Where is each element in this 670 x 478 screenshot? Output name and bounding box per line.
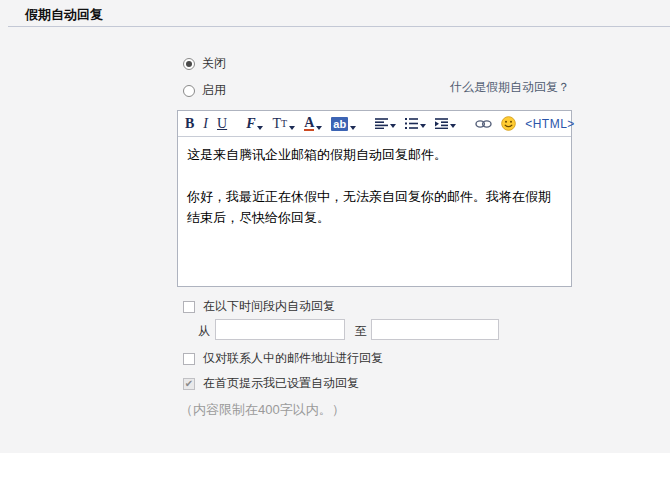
smiley-icon	[501, 116, 516, 131]
list-button[interactable]	[405, 118, 426, 129]
option-off-label: 关闭	[202, 55, 226, 72]
radio-dot-icon	[186, 61, 192, 67]
font-family-icon: F	[246, 117, 255, 131]
underline-button[interactable]: U	[217, 117, 227, 131]
chevron-down-icon	[450, 124, 456, 128]
holiday-auto-reply-panel: 假期自动回复 关闭 启用 什么是假期自动回复？ B I U F TT A ab	[0, 0, 670, 453]
contacts-only-checkbox[interactable]: ✔	[183, 353, 195, 365]
what-is-auto-reply-link[interactable]: 什么是假期自动回复？	[450, 79, 570, 96]
reply-message-textarea[interactable]: 这是来自腾讯企业邮箱的假期自动回复邮件。 你好，我最近正在休假中，无法亲自回复你…	[178, 137, 571, 286]
option-on-label: 启用	[202, 82, 226, 99]
checkmark-icon: ✔	[185, 379, 193, 389]
indent-icon	[435, 118, 448, 129]
underline-icon: U	[217, 117, 227, 131]
font-size-button[interactable]: TT	[272, 117, 295, 131]
link-icon	[475, 119, 492, 129]
chevron-down-icon	[257, 126, 263, 130]
font-color-icon: A	[304, 117, 314, 131]
editor-paragraph: 你好，我最近正在休假中，无法亲自回复你的邮件。我将在假期结束后，尽快给你回复。	[187, 186, 562, 228]
font-size-icon: T	[272, 117, 281, 131]
bullet-list-icon	[405, 118, 418, 129]
italic-icon: I	[203, 117, 208, 131]
chevron-down-icon	[420, 124, 426, 128]
bold-button[interactable]: B	[185, 117, 194, 131]
italic-button[interactable]: I	[203, 117, 208, 131]
chevron-down-icon	[316, 126, 322, 130]
emoticon-button[interactable]	[501, 116, 516, 131]
editor-toolbar: B I U F TT A ab	[178, 111, 571, 137]
editor-paragraph: 这是来自腾讯企业邮箱的假期自动回复邮件。	[187, 144, 562, 165]
radio-off-button[interactable]	[183, 58, 195, 70]
font-family-button[interactable]: F	[246, 117, 263, 131]
homepage-notice-checkbox[interactable]: ✔	[183, 378, 195, 390]
to-date-input[interactable]	[371, 319, 499, 340]
chevron-down-icon	[350, 126, 356, 130]
homepage-notice-checkbox-row[interactable]: ✔ 在首页提示我已设置自动回复	[183, 375, 359, 392]
bold-icon: B	[185, 117, 194, 131]
chevron-down-icon	[289, 126, 295, 130]
indent-button[interactable]	[435, 118, 456, 129]
chevron-down-icon	[390, 124, 396, 128]
align-button[interactable]	[375, 118, 396, 129]
to-label: 至	[355, 323, 367, 340]
page-title: 假期自动回复	[25, 6, 103, 24]
header-divider	[8, 26, 670, 27]
schedule-checkbox-label: 在以下时间段内自动回复	[203, 298, 335, 315]
highlight-button[interactable]: ab	[331, 117, 356, 131]
from-label: 从	[198, 323, 210, 340]
radio-on-button[interactable]	[183, 85, 195, 97]
font-color-button[interactable]: A	[304, 117, 322, 131]
rich-text-editor: B I U F TT A ab	[177, 110, 572, 287]
contacts-only-checkbox-row[interactable]: ✔ 仅对联系人中的邮件地址进行回复	[183, 350, 383, 367]
html-source-button[interactable]: <HTML>	[525, 117, 575, 131]
html-tag-label: <HTML>	[525, 117, 575, 131]
contacts-only-label: 仅对联系人中的邮件地址进行回复	[203, 350, 383, 367]
option-on[interactable]: 启用	[183, 82, 226, 99]
highlight-icon: ab	[331, 117, 348, 131]
insert-link-button[interactable]	[475, 119, 492, 129]
align-left-icon	[375, 118, 388, 129]
editor-blank-line	[187, 165, 562, 186]
schedule-checkbox[interactable]: ✔	[183, 301, 195, 313]
from-date-input[interactable]	[215, 319, 345, 340]
homepage-notice-label: 在首页提示我已设置自动回复	[203, 375, 359, 392]
option-off[interactable]: 关闭	[183, 55, 226, 72]
content-limit-note: （内容限制在400字以内。）	[180, 401, 345, 419]
schedule-checkbox-row[interactable]: ✔ 在以下时间段内自动回复	[183, 298, 335, 315]
